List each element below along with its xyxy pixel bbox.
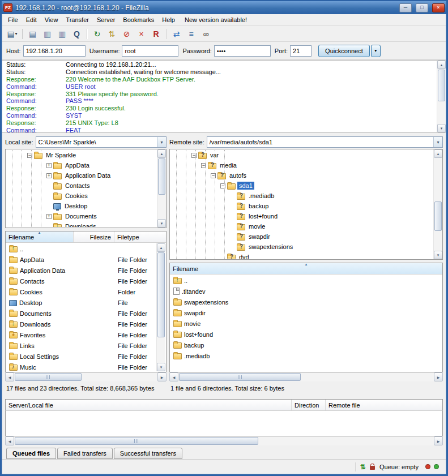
scroll-left-button[interactable]: ◀ xyxy=(5,372,14,381)
titlebar[interactable]: FZ 192.168.1.20 - root@192.168.1.20 - Fi… xyxy=(2,1,446,14)
file-row[interactable]: .. xyxy=(170,275,442,286)
scrollbar-thumb[interactable] xyxy=(434,201,442,231)
tree-item-media[interactable]: −media xyxy=(170,160,433,170)
local-tree-scrollbar[interactable]: ▲ ▼ xyxy=(157,149,166,228)
menu-item-transfer[interactable]: Transfer xyxy=(62,15,93,25)
process-queue-button[interactable]: ⇅ xyxy=(105,27,119,40)
scroll-up-button[interactable]: ▲ xyxy=(437,61,446,69)
local-site-combo[interactable]: C:\Users\Mr Sparkle\ ▾ xyxy=(36,136,167,148)
scroll-down-button[interactable]: ▼ xyxy=(437,124,446,132)
username-input[interactable] xyxy=(122,45,178,57)
tree-item-application-data[interactable]: +Application Data xyxy=(6,170,156,181)
tree-item-mediadb[interactable]: .mediadb xyxy=(170,191,433,201)
menu-item-file[interactable]: File xyxy=(4,15,22,25)
tree-item-cookies[interactable]: Cookies xyxy=(6,191,156,201)
scroll-right-button[interactable]: ▶ xyxy=(434,436,443,445)
file-row[interactable]: .titandev xyxy=(170,286,442,297)
speed-limit-icon[interactable]: ⇅ xyxy=(360,464,366,470)
host-input[interactable] xyxy=(23,45,86,57)
scrollbar-thumb[interactable] xyxy=(157,252,165,337)
reconnect-button[interactable]: R xyxy=(149,27,163,40)
file-row[interactable]: lost+found xyxy=(170,329,442,340)
local-horizontal-scrollbar[interactable]: ◀ ▶ xyxy=(5,372,167,381)
tree-item-contacts[interactable]: Contacts xyxy=(6,181,156,191)
scroll-right-button[interactable]: ▶ xyxy=(157,372,167,381)
column-header-filesize[interactable]: Filesize xyxy=(74,231,114,242)
maximize-button[interactable]: □ xyxy=(416,3,428,12)
scroll-down-button[interactable]: ▼ xyxy=(157,363,165,371)
local-list-scrollbar[interactable]: ▲ ▼ xyxy=(156,243,165,371)
scrollbar-thumb[interactable] xyxy=(179,373,301,381)
toggle-remote-tree-button[interactable]: ▥ xyxy=(55,27,69,40)
file-row[interactable]: Local SettingsFile Folder xyxy=(6,351,156,362)
file-row[interactable]: MusicFile Folder xyxy=(6,362,156,371)
tree-item-documents[interactable]: +Documents xyxy=(6,211,156,221)
tree-item-sda1[interactable]: −sda1 xyxy=(170,181,433,191)
disconnect-button[interactable]: × xyxy=(134,27,148,40)
tree-item-dvd[interactable]: dvd xyxy=(170,252,433,259)
column-header-filename[interactable]: Filename▴ xyxy=(170,263,442,274)
tab-successful-transfers[interactable]: Successful transfers xyxy=(114,448,182,459)
remote-tree-scrollbar[interactable]: ▲ ▼ xyxy=(433,149,442,259)
scroll-down-button[interactable]: ▼ xyxy=(157,219,166,228)
expand-plus-icon[interactable]: + xyxy=(46,163,52,168)
column-header-filetype[interactable]: Filetype xyxy=(114,231,166,242)
menu-item-bookmarks[interactable]: Bookmarks xyxy=(119,15,158,25)
close-button[interactable]: × xyxy=(432,3,445,12)
tree-item-lost-found[interactable]: lost+found xyxy=(170,211,433,221)
file-row[interactable]: CookiesFolder xyxy=(6,286,156,297)
column-header-filename[interactable]: Filename▴ xyxy=(6,231,74,242)
local-site-dropdown-button[interactable]: ▾ xyxy=(157,137,166,147)
site-manager-button[interactable]: ▤▾ xyxy=(5,27,19,40)
file-row[interactable]: DownloadsFile Folder xyxy=(6,319,156,329)
lock-icon[interactable] xyxy=(370,466,375,470)
file-row[interactable]: backup xyxy=(170,340,442,350)
remote-horizontal-scrollbar[interactable]: ◀ ▶ xyxy=(169,372,443,381)
menu-item-view[interactable]: View xyxy=(41,15,62,25)
file-row[interactable]: DocumentsFile Folder xyxy=(6,308,156,319)
scroll-up-button[interactable]: ▲ xyxy=(157,243,165,252)
scroll-right-button[interactable]: ▶ xyxy=(434,372,443,381)
column-header-remote-file[interactable]: Remote file xyxy=(326,400,442,410)
remote-site-combo[interactable]: /var/media/autofs/sda1 ▾ xyxy=(207,136,443,148)
quickconnect-button[interactable]: Quickconnect xyxy=(318,45,370,57)
tree-item-autofs[interactable]: −autofs xyxy=(170,170,433,181)
cancel-button[interactable]: ⊘ xyxy=(120,27,134,40)
file-row[interactable]: Application DataFile Folder xyxy=(6,265,156,276)
tree-item-appdata[interactable]: +AppData xyxy=(6,160,156,170)
tree-item-movie[interactable]: movie xyxy=(170,221,433,231)
file-row[interactable]: AppDataFile Folder xyxy=(6,254,156,265)
file-row[interactable]: FavoritesFile Folder xyxy=(6,329,156,340)
toggle-local-tree-button[interactable]: ▥ xyxy=(40,27,54,40)
toggle-log-button[interactable]: ▤ xyxy=(25,27,40,40)
remote-site-dropdown-button[interactable]: ▾ xyxy=(433,137,442,147)
comparison-button[interactable]: ≡ xyxy=(184,27,198,40)
tree-item-backup[interactable]: backup xyxy=(170,201,433,211)
menu-item-edit[interactable]: Edit xyxy=(22,15,41,25)
log-scrollbar[interactable]: ▲ ▼ xyxy=(437,61,446,132)
scrollbar-thumb[interactable] xyxy=(15,437,258,445)
tab-queued-files[interactable]: Queued files xyxy=(6,448,56,459)
file-row[interactable]: DesktopFile xyxy=(6,297,156,308)
scroll-up-button[interactable]: ▲ xyxy=(157,149,166,158)
toggle-queue-button[interactable]: Q xyxy=(70,27,84,40)
file-row[interactable]: .mediadb xyxy=(170,350,442,361)
menu-new-version-notice[interactable]: New version available! xyxy=(181,15,251,25)
tree-item-desktop[interactable]: Desktop xyxy=(6,201,156,211)
scrollbar-thumb[interactable] xyxy=(438,70,445,101)
tree-item-var[interactable]: −var xyxy=(170,150,433,160)
menu-item-server[interactable]: Server xyxy=(93,15,119,25)
scrollbar-thumb[interactable] xyxy=(158,158,165,195)
port-input[interactable] xyxy=(290,45,312,57)
tree-item-swapextensions[interactable]: swapextensions xyxy=(170,242,433,252)
expand-plus-icon[interactable]: + xyxy=(46,214,52,219)
file-row[interactable]: swapextensions xyxy=(170,297,442,307)
minimize-button[interactable]: ─ xyxy=(399,3,412,12)
scroll-down-button[interactable]: ▼ xyxy=(434,251,442,259)
column-header-direction[interactable]: Direction xyxy=(292,400,326,410)
tree-item-mr-sparkle[interactable]: −Mr Sparkle xyxy=(6,150,156,160)
filter-button[interactable]: ⇄ xyxy=(169,27,184,40)
tree-item-downloads[interactable]: Downloads xyxy=(6,221,156,227)
file-row[interactable]: .. xyxy=(6,243,156,254)
file-row[interactable]: LinksFile Folder xyxy=(6,340,156,351)
